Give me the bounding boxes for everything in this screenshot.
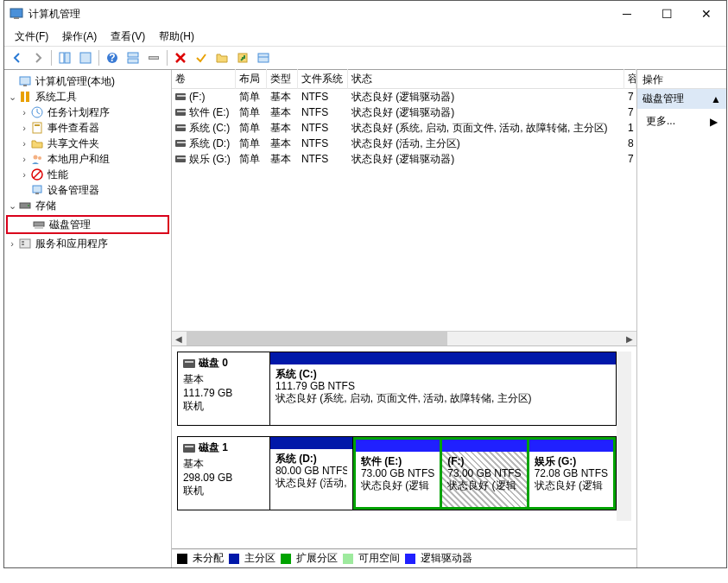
- close-button[interactable]: ✕: [687, 1, 726, 27]
- actions-more[interactable]: 更多...▶: [646, 112, 718, 130]
- tree-task-scheduler[interactable]: ›任务计划程序: [6, 105, 169, 120]
- svg-rect-10: [149, 57, 158, 59]
- help-button[interactable]: ?: [103, 48, 122, 67]
- tree-root[interactable]: 计算机管理(本地): [6, 73, 169, 89]
- menu-help[interactable]: 帮助(H): [154, 28, 199, 46]
- svg-rect-16: [21, 92, 24, 102]
- col-layout[interactable]: 布局: [236, 69, 267, 89]
- disk-graphical-view[interactable]: 磁盘 0 基本 111.79 GB 联机 系统 (C:) 111.79 GB N…: [172, 345, 636, 548]
- svg-rect-20: [35, 124, 40, 126]
- svg-point-22: [38, 156, 41, 160]
- check-button[interactable]: [192, 48, 211, 67]
- volume-row[interactable]: 系统 (C:)简单基本NTFS状态良好 (系统, 启动, 页面文件, 活动, 故…: [172, 120, 636, 136]
- window-title: 计算机管理: [28, 7, 607, 22]
- delete-button[interactable]: [171, 48, 190, 67]
- swatch-unallocated: [177, 554, 187, 564]
- collapse-icon[interactable]: ▲: [711, 93, 721, 105]
- svg-rect-28: [34, 222, 44, 226]
- menubar: 文件(F) 操作(A) 查看(V) 帮助(H): [4, 27, 726, 46]
- folder-button[interactable]: [212, 48, 231, 67]
- col-volume[interactable]: 卷: [172, 69, 236, 89]
- scroll-left-icon[interactable]: ◀: [172, 332, 187, 346]
- volume-row[interactable]: 系统 (D:)简单基本NTFS状态良好 (活动, 主分区)8: [172, 136, 636, 151]
- tree-event-viewer[interactable]: ›事件查看器: [6, 120, 169, 136]
- volume-row[interactable]: 娱乐 (G:)简单基本NTFS状态良好 (逻辑驱动器)7: [172, 151, 636, 167]
- disk1-partition-f[interactable]: (F:) 73.00 GB NTFS 状态良好 (逻辑: [442, 440, 529, 507]
- menu-view[interactable]: 查看(V): [105, 28, 150, 46]
- disk-vscrollbar[interactable]: [617, 352, 631, 521]
- svg-rect-29: [35, 226, 43, 229]
- volume-row[interactable]: 软件 (E:)简单基本NTFS状态良好 (逻辑驱动器)7: [172, 105, 636, 120]
- back-button[interactable]: [8, 48, 27, 67]
- swatch-extended: [281, 554, 291, 564]
- disk0-info[interactable]: 磁盘 0 基本 111.79 GB 联机: [177, 352, 270, 426]
- col-type[interactable]: 类型: [267, 69, 298, 89]
- minimize-button[interactable]: ─: [607, 1, 647, 27]
- tree-shared-folders[interactable]: ›共享文件夹: [6, 136, 169, 151]
- show-hide-tree-button[interactable]: [55, 48, 74, 67]
- tree-local-users[interactable]: ›本地用户和组: [6, 151, 169, 167]
- volume-hscrollbar[interactable]: ◀ ▶: [172, 331, 636, 345]
- svg-rect-19: [33, 123, 41, 133]
- disk1-partitions: 系统 (D:) 80.00 GB NTFS 状态良好 (活动, 软件 (E:): [270, 436, 617, 510]
- svg-rect-14: [20, 77, 30, 85]
- titlebar[interactable]: 计算机管理 ─ ☐ ✕: [4, 1, 726, 27]
- scroll-track[interactable]: [187, 332, 622, 345]
- menu-file[interactable]: 文件(F): [9, 28, 54, 46]
- col-filesystem[interactable]: 文件系统: [298, 69, 348, 89]
- svg-rect-2: [60, 53, 64, 63]
- volume-icon: [175, 109, 186, 116]
- disk-icon: [183, 444, 195, 453]
- svg-rect-24: [33, 186, 41, 193]
- swatch-free: [343, 554, 353, 564]
- actions-pane: 操作 磁盘管理▲ 更多...▶: [637, 70, 726, 567]
- list-button[interactable]: [254, 48, 273, 67]
- disk-management-pane: 卷 布局 类型 文件系统 状态 容 (F:)简单基本NTFS状态良好 (逻辑驱动…: [172, 70, 637, 567]
- volume-list[interactable]: (F:)简单基本NTFS状态良好 (逻辑驱动器)7软件 (E:)简单基本NTFS…: [172, 89, 636, 331]
- scroll-thumb[interactable]: [187, 332, 447, 345]
- properties-button[interactable]: [76, 48, 95, 67]
- svg-rect-30: [20, 239, 30, 248]
- arrow-button[interactable]: [233, 48, 252, 67]
- chevron-right-icon: ▶: [710, 116, 718, 128]
- tree-services-apps[interactable]: ›服务和应用程序: [6, 236, 169, 251]
- navigation-tree[interactable]: 计算机管理(本地) ⌄系统工具 ›任务计划程序 ›事件查看器 ›共享文件夹 ›本…: [4, 70, 172, 567]
- swatch-logical: [405, 554, 415, 564]
- actions-context[interactable]: 磁盘管理▲: [637, 89, 726, 109]
- svg-rect-12: [258, 54, 269, 62]
- disk-row-1[interactable]: 磁盘 1 基本 298.09 GB 联机 系统 (D:) 80.00 GB NT…: [177, 436, 617, 510]
- volume-icon: [175, 155, 186, 162]
- col-status[interactable]: 状态: [348, 69, 624, 89]
- disk1-partition-g[interactable]: 娱乐 (G:) 72.08 GB NTFS 状态良好 (逻辑: [529, 440, 613, 507]
- settings-button[interactable]: [144, 48, 163, 67]
- svg-rect-25: [35, 193, 39, 194]
- svg-text:?: ?: [109, 52, 115, 64]
- tree-storage[interactable]: ⌄存储: [6, 198, 169, 213]
- tree-device-manager[interactable]: 设备管理器: [6, 182, 169, 198]
- volume-list-header[interactable]: 卷 布局 类型 文件系统 状态 容: [172, 70, 636, 89]
- svg-rect-1: [14, 17, 19, 19]
- volume-row[interactable]: (F:)简单基本NTFS状态良好 (逻辑驱动器)7: [172, 89, 636, 105]
- disk1-partition-e[interactable]: 软件 (E:) 73.00 GB NTFS 状态良好 (逻辑: [356, 440, 442, 507]
- layout-button[interactable]: [123, 48, 142, 67]
- col-capacity[interactable]: 容: [624, 69, 636, 89]
- tree-disk-management[interactable]: 磁盘管理: [6, 215, 169, 234]
- forward-button[interactable]: [28, 48, 47, 67]
- maximize-button[interactable]: ☐: [647, 1, 687, 27]
- disk0-partition-c[interactable]: 系统 (C:) 111.79 GB NTFS 状态良好 (系统, 启动, 页面文…: [270, 352, 616, 425]
- svg-rect-32: [22, 244, 24, 245]
- tree-performance[interactable]: ›性能: [6, 167, 169, 182]
- menu-action[interactable]: 操作(A): [57, 28, 102, 46]
- toolbar: ?: [4, 46, 726, 70]
- scroll-right-icon[interactable]: ▶: [622, 332, 636, 346]
- svg-rect-0: [10, 9, 22, 17]
- disk-row-0[interactable]: 磁盘 0 基本 111.79 GB 联机 系统 (C:) 111.79 GB N…: [177, 352, 617, 426]
- disk1-partition-d[interactable]: 系统 (D:) 80.00 GB NTFS 状态良好 (活动,: [270, 437, 353, 510]
- svg-rect-3: [65, 53, 70, 63]
- content-area: 卷 布局 类型 文件系统 状态 容 (F:)简单基本NTFS状态良好 (逻辑驱动…: [172, 70, 726, 567]
- disk0-partitions: 系统 (C:) 111.79 GB NTFS 状态良好 (系统, 启动, 页面文…: [270, 352, 617, 426]
- disk1-info[interactable]: 磁盘 1 基本 298.09 GB 联机: [177, 436, 270, 510]
- svg-rect-15: [23, 85, 27, 86]
- svg-rect-8: [128, 59, 138, 63]
- tree-system-tools[interactable]: ⌄系统工具: [6, 89, 169, 105]
